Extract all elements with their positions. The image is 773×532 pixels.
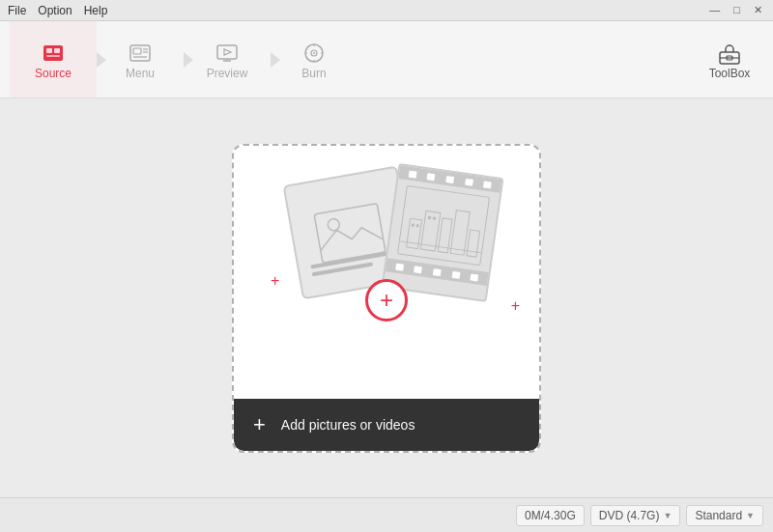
tab-preview-label: Preview: [207, 67, 248, 80]
menu-icon: [127, 40, 154, 67]
drop-zone-illustration: + +: [234, 146, 539, 399]
svg-point-14: [313, 52, 315, 54]
quality-dropdown[interactable]: Standard ▼: [686, 505, 763, 526]
quality-arrow: ▼: [746, 511, 755, 520]
svg-point-23: [327, 217, 340, 231]
svg-rect-5: [133, 48, 141, 54]
svg-rect-31: [412, 223, 415, 226]
svg-line-30: [399, 240, 481, 252]
film-hole-b4: [451, 270, 460, 278]
film-card: [381, 162, 503, 301]
film-content: [387, 179, 501, 272]
film-hole-b3: [433, 267, 442, 275]
decorative-plus-1: +: [271, 272, 279, 290]
disc-type-label: DVD (4.7G): [599, 509, 660, 522]
tab-menu-label: Menu: [126, 67, 155, 80]
menu-file[interactable]: File: [8, 4, 26, 17]
toolbox-button[interactable]: ToolBox: [696, 21, 763, 98]
tab-source[interactable]: Source: [10, 21, 97, 98]
drop-zone[interactable]: + +: [232, 144, 541, 453]
tab-burn-label: Burn: [301, 67, 326, 80]
quality-label: Standard: [695, 509, 742, 522]
burn-icon: [301, 40, 328, 67]
main-content: + +: [0, 98, 773, 497]
title-bar: File Option Help — □ ✕: [0, 0, 773, 21]
svg-rect-24: [398, 185, 490, 265]
preview-icon: [214, 40, 241, 67]
film-hole-b2: [414, 265, 422, 272]
tab-burn[interactable]: Burn: [271, 21, 358, 98]
maximize-button[interactable]: □: [730, 4, 743, 16]
film-hole-4: [465, 178, 473, 185]
toolbar: Source Menu Preview: [0, 21, 773, 98]
svg-rect-3: [46, 55, 60, 57]
source-icon: [40, 40, 67, 67]
add-bar-label: Add pictures or videos: [281, 417, 415, 433]
add-bar-plus-icon: +: [253, 412, 266, 437]
svg-rect-33: [428, 215, 431, 218]
menu-help[interactable]: Help: [84, 4, 108, 17]
svg-marker-10: [224, 49, 231, 55]
film-hole-2: [427, 172, 436, 180]
film-hole-5: [483, 180, 492, 187]
film-hole-3: [445, 175, 454, 182]
close-button[interactable]: ✕: [751, 4, 765, 16]
minimize-button[interactable]: —: [706, 4, 723, 16]
toolbox-label: ToolBox: [709, 67, 751, 80]
film-hole-b1: [395, 263, 404, 270]
menu-option[interactable]: Option: [38, 4, 72, 17]
svg-rect-34: [433, 216, 436, 219]
add-plus-circle[interactable]: +: [365, 279, 408, 322]
svg-rect-0: [43, 45, 63, 61]
status-bar: 0M/4.30G DVD (4.7G) ▼ Standard ▼: [0, 497, 773, 532]
decorative-plus-2: +: [511, 297, 520, 315]
title-bar-menu: File Option Help: [8, 4, 107, 17]
film-city-icon: [395, 183, 492, 267]
add-pictures-bar[interactable]: + Add pictures or videos: [234, 399, 539, 451]
plus-symbol: +: [380, 287, 393, 314]
disc-type-dropdown[interactable]: DVD (4.7G) ▼: [590, 505, 681, 526]
tab-source-label: Source: [35, 67, 72, 80]
svg-rect-9: [217, 45, 237, 59]
storage-status: 0M/4.30G: [516, 505, 585, 526]
toolbox-icon: [716, 40, 743, 67]
title-bar-controls: — □ ✕: [706, 4, 765, 16]
disc-type-arrow: ▼: [663, 511, 672, 520]
tab-menu[interactable]: Menu: [97, 21, 184, 98]
nav-tabs: Source Menu Preview: [10, 21, 696, 98]
svg-rect-32: [416, 224, 419, 227]
svg-rect-2: [54, 48, 60, 53]
film-hole-1: [409, 170, 417, 178]
tab-preview[interactable]: Preview: [184, 21, 271, 98]
svg-rect-1: [46, 48, 52, 53]
svg-rect-28: [450, 210, 470, 255]
film-hole-b5: [471, 273, 479, 281]
